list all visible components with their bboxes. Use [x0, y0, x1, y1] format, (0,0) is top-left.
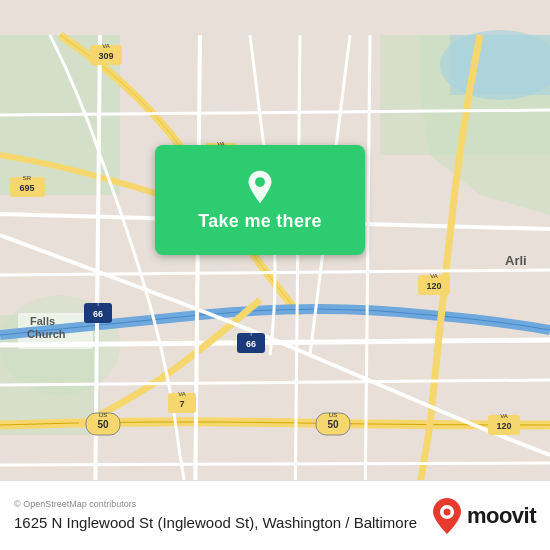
attribution: © OpenStreetMap contributors — [14, 499, 419, 509]
svg-text:120: 120 — [496, 421, 511, 431]
map-svg: 309 VA 309 VA 695 SR 66 I 66 I 120 VA 7 … — [0, 0, 550, 550]
svg-text:US: US — [329, 412, 337, 418]
svg-text:Falls: Falls — [30, 315, 55, 327]
svg-text:7: 7 — [179, 399, 184, 409]
svg-line-13 — [295, 35, 300, 515]
svg-text:66: 66 — [93, 309, 103, 319]
location-pin-icon — [242, 169, 278, 205]
svg-text:Church: Church — [27, 328, 66, 340]
svg-text:66: 66 — [246, 339, 256, 349]
svg-point-53 — [255, 177, 265, 187]
svg-text:50: 50 — [97, 419, 109, 430]
svg-text:US: US — [99, 412, 107, 418]
moovit-text: moovit — [467, 503, 536, 529]
svg-text:Arli: Arli — [505, 253, 527, 268]
svg-line-18 — [0, 463, 550, 465]
svg-text:309: 309 — [98, 51, 113, 61]
svg-text:VA: VA — [430, 273, 438, 279]
bottom-left: © OpenStreetMap contributors 1625 N Ingl… — [14, 499, 419, 533]
address-text: 1625 N Inglewood St (Inglewood St), Wash… — [14, 513, 419, 533]
svg-text:120: 120 — [426, 281, 441, 291]
bottom-bar: © OpenStreetMap contributors 1625 N Ingl… — [0, 480, 550, 550]
take-me-there-label: Take me there — [198, 211, 322, 232]
moovit-icon — [431, 497, 463, 535]
take-me-there-button[interactable]: Take me there — [155, 145, 365, 255]
svg-line-12 — [195, 35, 200, 515]
svg-text:50: 50 — [327, 419, 339, 430]
svg-text:695: 695 — [19, 183, 34, 193]
svg-point-55 — [443, 508, 450, 515]
map-container: 309 VA 309 VA 695 SR 66 I 66 I 120 VA 7 … — [0, 0, 550, 550]
svg-text:VA: VA — [500, 413, 508, 419]
svg-text:SR: SR — [23, 175, 32, 181]
svg-text:VA: VA — [178, 391, 186, 397]
moovit-logo: moovit — [431, 497, 536, 535]
svg-line-14 — [365, 35, 370, 515]
svg-text:VA: VA — [102, 43, 110, 49]
